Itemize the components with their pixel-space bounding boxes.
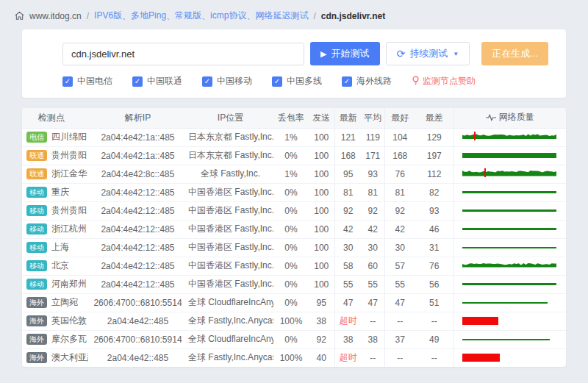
node-name: 澳大利亚悉尼 [51, 352, 88, 362]
cell-average: 119 [362, 128, 384, 146]
start-test-button[interactable]: ▶ 开始测试 [310, 42, 379, 65]
breadcrumb-link-0[interactable]: IPV6版 [94, 10, 122, 22]
cell-quality [453, 183, 566, 201]
generating-button[interactable]: 正在生成... [481, 42, 548, 65]
cell-latest: 58 [334, 257, 362, 275]
cell-latest: 超时 [334, 312, 362, 330]
node-name: 英国伦敦 [51, 315, 87, 326]
cell-latest: 30 [334, 238, 362, 257]
cell-loss-rate: 0% [273, 275, 309, 293]
carrier-badge: 移动 [26, 187, 47, 198]
cell-worst: 93 [415, 201, 453, 220]
cell-loss-rate: 1% [273, 165, 309, 183]
cell-worst: -- [415, 348, 453, 367]
breadcrumb-link-separator: 、 [122, 10, 131, 22]
breadcrumb-links: IPV6版、多地Ping、常规版、icmp协议、网络延迟测试 [94, 10, 308, 22]
cell-best: 37 [384, 330, 415, 348]
cell-loss-rate: 0% [273, 201, 309, 220]
node-name: 浙江金华 [51, 168, 87, 179]
cell-resolved-ip: 2a04:4e42:1a::485 [88, 146, 187, 165]
filter-checkbox-1[interactable]: ✓中国联通 [132, 75, 182, 87]
table-row: 移动河南郑州 2a04:4e42:12::485 中国香港区 Fastly,In… [22, 275, 566, 293]
header-average: 平均 [362, 108, 384, 128]
table-row: 海外摩尔多瓦 2606:4700::6810:5914 全球 Cloudflar… [22, 330, 566, 348]
cell-resolved-ip: 2a04:4e42::485 [88, 312, 187, 330]
quality-sparkline [462, 260, 559, 272]
cell-quality [453, 312, 566, 330]
cell-best: 92 [384, 201, 415, 220]
node-name: 河南郑州 [51, 279, 87, 289]
cell-ip-location: 全球 Fastly,Inc.Anycast网段 [187, 348, 273, 367]
results-table-card: 检测点 解析IP IP位置 丢包率 发送 最新 平均 最好 最差 网络质量 电信… [22, 108, 566, 367]
table-row: 联通贵州贵阳 2a04:4e42:1a::485 日本东京都 Fastly,In… [22, 146, 566, 165]
quality-sparkline [462, 187, 559, 198]
lightbulb-icon [412, 76, 420, 87]
cell-worst: 82 [415, 183, 453, 201]
cell-worst: 197 [415, 146, 453, 165]
table-row: 移动重庆 2a04:4e42:12::485 中国香港区 Fastly,Inc.… [22, 183, 566, 201]
pulse-icon [486, 113, 496, 124]
cell-resolved-ip: 2a04:4e42:12::485 [88, 275, 187, 293]
cell-best: 57 [384, 257, 415, 275]
breadcrumb-link-3[interactable]: icmp协议 [210, 10, 246, 22]
breadcrumb-link-4[interactable]: 网络延迟测试 [255, 10, 308, 22]
header-latest: 最新 [334, 108, 362, 128]
caret-down-icon: ▼ [453, 51, 459, 57]
cell-quality [453, 293, 566, 312]
cell-best: 104 [384, 128, 415, 146]
cell-sent: 100 [309, 201, 334, 220]
cell-average: 171 [362, 146, 384, 165]
filter-checkbox-0[interactable]: ✓中国电信 [62, 75, 112, 87]
filter-checkbox-3[interactable]: ✓中国多线 [272, 75, 322, 87]
breadcrumb-current: cdn.jsdelivr.net [321, 11, 385, 21]
cell-best: 30 [384, 238, 415, 257]
header-best: 最好 [384, 108, 415, 128]
breadcrumb-link-2[interactable]: 常规版 [175, 10, 201, 22]
quality-sparkline [462, 223, 559, 235]
filter-checkbox-2[interactable]: ✓中国移动 [202, 75, 252, 87]
breadcrumb-link-1[interactable]: 多地Ping [131, 10, 166, 22]
cell-best: -- [384, 348, 415, 367]
cell-checkpoint: 联通浙江金华 [22, 165, 88, 183]
home-icon [15, 11, 24, 21]
cell-resolved-ip: 2a04:4e42:12::485 [88, 220, 187, 238]
filter-checkbox-4[interactable]: ✓海外线路 [342, 75, 392, 87]
cell-loss-rate: 0% [273, 330, 309, 348]
cell-latest: 121 [334, 128, 362, 146]
quality-sparkline [462, 315, 559, 327]
cell-quality [453, 257, 566, 275]
header-network-quality: 网络质量 [453, 108, 566, 128]
cell-sent: 100 [309, 183, 334, 201]
cell-sent: 100 [309, 257, 334, 275]
breadcrumb-link-separator: 、 [166, 10, 175, 22]
table-row: 移动上海 2a04:4e42:12::485 中国香港区 Fastly,Inc.… [22, 238, 566, 257]
checkbox-icon: ✓ [132, 76, 143, 87]
cell-quality [453, 275, 566, 293]
cell-average: 60 [362, 257, 384, 275]
carrier-badge: 移动 [26, 260, 47, 271]
continuous-test-button[interactable]: ⟳ 持续测试 ▼ [386, 42, 470, 65]
breadcrumb-site[interactable]: www.itdog.cn [29, 11, 82, 21]
sponsor-link[interactable]: 监测节点赞助 [412, 75, 476, 87]
cell-latest: 42 [334, 220, 362, 238]
cell-loss-rate: 0% [273, 238, 309, 257]
cell-average: 47 [362, 293, 384, 312]
cell-ip-location: 中国香港区 Fastly,Inc. [187, 201, 273, 220]
cell-average: 30 [362, 238, 384, 257]
carrier-badge: 移动 [26, 279, 47, 290]
generating-label: 正在生成... [492, 47, 538, 60]
filter-label: 中国电信 [77, 75, 112, 87]
cell-ip-location: 中国香港区 Fastly,Inc. [187, 220, 273, 238]
cell-loss-rate: 0% [273, 257, 309, 275]
cell-worst: 49 [415, 330, 453, 348]
cell-checkpoint: 移动北京 [22, 257, 88, 275]
cell-best: 81 [384, 183, 415, 201]
checkbox-icon: ✓ [202, 76, 212, 87]
header-checkpoint: 检测点 [22, 108, 88, 128]
node-name: 北京 [51, 260, 69, 271]
cell-best: 168 [384, 146, 415, 165]
quality-sparkline [462, 168, 559, 180]
play-icon: ▶ [320, 50, 326, 58]
host-input[interactable] [62, 43, 304, 65]
cell-sent: 100 [309, 275, 334, 293]
